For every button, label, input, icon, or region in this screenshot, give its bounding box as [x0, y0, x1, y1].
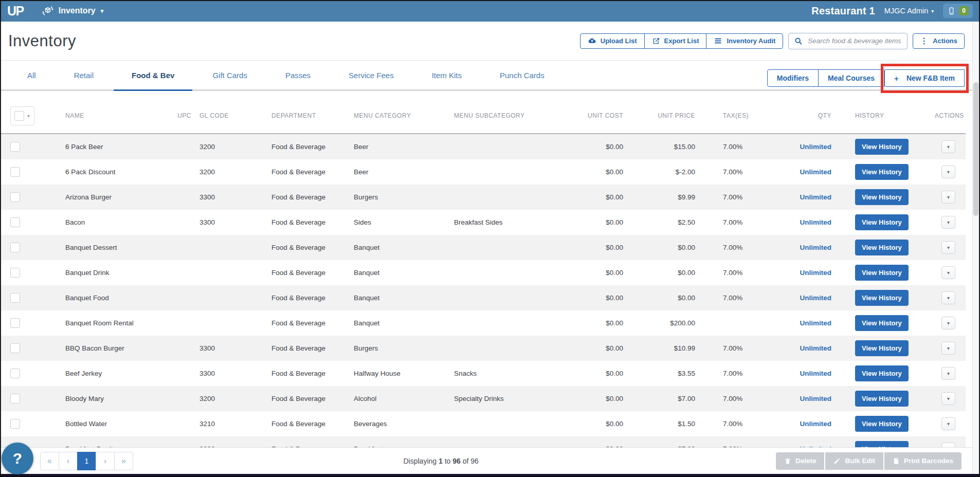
cell-gl-code: 3300: [195, 336, 267, 361]
row-checkbox[interactable]: [10, 192, 20, 202]
pagination-prev-button[interactable]: ‹: [59, 452, 78, 470]
view-history-button[interactable]: View History: [855, 214, 909, 230]
view-history-button[interactable]: View History: [855, 315, 909, 331]
cell-unit-price: $0.00: [627, 260, 699, 285]
modifiers-button[interactable]: Modifiers: [767, 69, 819, 87]
tab-item-kits[interactable]: Item Kits: [413, 61, 481, 89]
row-checkbox[interactable]: [10, 217, 20, 227]
tab-all[interactable]: All: [8, 61, 55, 89]
view-history-button[interactable]: View History: [855, 164, 909, 180]
row-actions-dropdown[interactable]: ▾: [941, 291, 955, 304]
row-checkbox[interactable]: [10, 419, 20, 429]
pagination-page-1-button[interactable]: 1: [77, 452, 96, 470]
cell-unit-price: $7.99: [627, 436, 699, 447]
select-all-checkbox[interactable]: [14, 111, 24, 121]
tab-food-and-bev[interactable]: Food & Bev: [113, 61, 193, 89]
window-bottom-edge: [0, 474, 980, 477]
row-checkbox[interactable]: [10, 243, 20, 252]
app-logo[interactable]: UP: [7, 4, 24, 19]
user-menu[interactable]: MJGC Admin ▾: [884, 7, 934, 15]
upload-list-button[interactable]: Upload List: [580, 33, 645, 49]
cell-gl-code: 3300: [195, 185, 267, 210]
inventory-audit-button[interactable]: Inventory Audit: [706, 33, 783, 49]
meal-courses-button[interactable]: Meal Courses: [818, 69, 884, 87]
row-checkbox[interactable]: [10, 268, 20, 278]
cell-actions: ▾: [931, 185, 966, 210]
view-history-button[interactable]: View History: [855, 265, 909, 281]
scrollbar-thumb[interactable]: [973, 82, 978, 216]
row-actions-dropdown[interactable]: ▾: [941, 342, 955, 355]
row-actions-dropdown[interactable]: ▾: [941, 417, 955, 430]
displaying-to-word: to: [445, 457, 451, 465]
cell-unit-price: $0.00: [627, 285, 699, 310]
cell-department: Food & Beverage: [267, 386, 350, 411]
view-history-button[interactable]: View History: [855, 391, 909, 407]
caret-down-icon: ▾: [947, 144, 950, 150]
view-history-button[interactable]: View History: [855, 189, 909, 205]
row-actions-dropdown[interactable]: ▾: [941, 317, 955, 329]
view-history-button[interactable]: View History: [855, 441, 909, 447]
app-window: UP Inventory ▾ Restaurant 1: [0, 0, 980, 477]
column-header-menu-subcategory: MENU SUBCATEGORY: [450, 91, 566, 134]
help-button[interactable]: ?: [2, 443, 33, 474]
row-checkbox[interactable]: [10, 142, 20, 152]
device-count-badge: 0: [959, 6, 969, 15]
search-input[interactable]: [807, 36, 902, 45]
row-actions-dropdown[interactable]: ▾: [941, 216, 955, 229]
row-actions-dropdown[interactable]: ▾: [941, 367, 955, 380]
row-actions-dropdown[interactable]: ▾: [941, 443, 955, 447]
row-checkbox[interactable]: [10, 394, 20, 403]
search-box: [788, 33, 908, 49]
export-list-button[interactable]: Export List: [644, 33, 707, 49]
bulk-edit-button[interactable]: Bulk Edit: [825, 452, 883, 470]
select-all-control[interactable]: ▾: [10, 106, 34, 125]
pagination-first-button[interactable]: «: [40, 452, 59, 470]
cell-menu-subcategory: [450, 336, 566, 361]
vertical-scrollbar[interactable]: [972, 22, 979, 474]
row-checkbox[interactable]: [10, 343, 20, 353]
row-actions-dropdown[interactable]: ▾: [941, 166, 955, 178]
cell-menu-subcategory: [450, 436, 566, 447]
delete-button[interactable]: Delete: [776, 452, 825, 470]
print-barcodes-button[interactable]: Print Barcodes: [884, 452, 961, 470]
tab-passes[interactable]: Passes: [266, 61, 330, 89]
view-history-button[interactable]: View History: [855, 340, 909, 356]
pagination-last-button[interactable]: »: [114, 452, 133, 470]
cell-gl-code: 3200: [195, 134, 267, 159]
row-actions-dropdown[interactable]: ▾: [941, 392, 955, 405]
view-history-button[interactable]: View History: [855, 416, 909, 432]
cell-menu-subcategory: Breakfast Sides: [450, 210, 566, 235]
view-history-button[interactable]: View History: [855, 290, 909, 306]
actions-button[interactable]: ⋮ Actions: [913, 33, 965, 49]
row-checkbox[interactable]: [10, 167, 20, 177]
tab-retail[interactable]: Retail: [55, 61, 113, 89]
row-checkbox[interactable]: [10, 318, 20, 328]
cell-qty: Unlimited: [758, 235, 836, 260]
row-actions-dropdown[interactable]: ▾: [941, 140, 955, 153]
row-checkbox[interactable]: [10, 293, 20, 303]
cell-qty: Unlimited: [758, 436, 836, 447]
view-history-button[interactable]: View History: [855, 139, 909, 155]
cell-gl-code: 3200: [195, 386, 267, 411]
row-checkbox[interactable]: [10, 369, 20, 378]
tab-gift-cards[interactable]: Gift Cards: [193, 61, 266, 89]
new-fb-item-button[interactable]: + New F&B Item: [884, 69, 965, 87]
cell-department: Food & Beverage: [267, 411, 350, 436]
device-status-button[interactable]: 0: [943, 4, 973, 18]
cell-menu-category: Beer: [350, 134, 450, 159]
pagination-next-button[interactable]: ›: [96, 452, 115, 470]
row-actions-dropdown[interactable]: ▾: [941, 266, 955, 279]
view-history-button[interactable]: View History: [855, 365, 909, 381]
help-label: ?: [13, 450, 22, 467]
row-actions-dropdown[interactable]: ▾: [941, 191, 955, 204]
module-switcher[interactable]: Inventory ▾: [41, 4, 104, 17]
column-header-unit-cost: UNIT COST: [566, 91, 627, 134]
row-actions-dropdown[interactable]: ▾: [941, 241, 955, 254]
tab-punch-cards[interactable]: Punch Cards: [481, 61, 564, 89]
table-row: BBQ Bacon Burger 3300 Food & Beverage Bu…: [0, 336, 966, 361]
cell-taxes: [699, 310, 758, 336]
new-fb-item-wrap: + New F&B Item: [884, 69, 965, 87]
tab-service-fees[interactable]: Service Fees: [330, 61, 413, 89]
view-history-button[interactable]: View History: [855, 240, 909, 255]
cell-department: Food & Beverage: [267, 235, 350, 260]
